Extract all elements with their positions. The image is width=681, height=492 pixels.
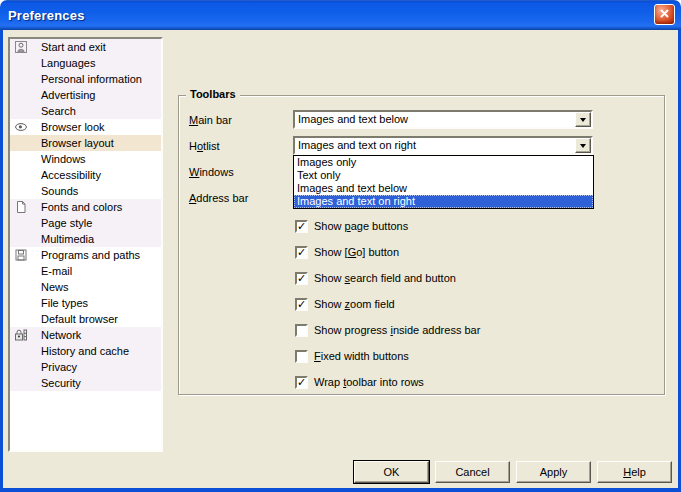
sidebar-item-programs-and-paths[interactable]: Programs and paths bbox=[10, 247, 161, 263]
hotlist-dropdown-list: Images onlyText onlyImages and text belo… bbox=[293, 155, 594, 209]
checkbox-label: Show progress inside address bar bbox=[314, 324, 480, 337]
sidebar-item-label: E-mail bbox=[41, 265, 72, 277]
dropdown-option-images-only[interactable]: Images only bbox=[294, 156, 593, 169]
sidebar-list: Start and exitLanguagesPersonal informat… bbox=[8, 37, 163, 452]
cancel-button[interactable]: Cancel bbox=[435, 461, 510, 483]
main-bar-value: Images and text below bbox=[298, 113, 408, 126]
sidebar-item-label: News bbox=[41, 281, 69, 293]
sidebar-item-label: Multimedia bbox=[41, 233, 94, 245]
sidebar-item-label: Start and exit bbox=[41, 41, 106, 53]
checkbox-label: Show search field and button bbox=[314, 272, 456, 285]
checkbox-fixed-width-buttons[interactable]: Fixed width buttons bbox=[295, 350, 480, 376]
dropdown-arrow-icon[interactable] bbox=[575, 112, 591, 127]
close-button[interactable] bbox=[654, 4, 675, 25]
sidebar-item-label: Fonts and colors bbox=[41, 201, 122, 213]
dropdown-option-images-and-text-on-right[interactable]: Images and text on right bbox=[294, 195, 593, 208]
sidebar-item-multimedia[interactable]: Multimedia bbox=[10, 231, 161, 247]
sidebar-item-news[interactable]: News bbox=[10, 279, 161, 295]
sidebar-item-label: Sounds bbox=[41, 185, 78, 197]
checkbox-show-page-buttons[interactable]: Show page buttons bbox=[295, 220, 480, 246]
sidebar-item-label: Personal information bbox=[41, 73, 142, 85]
lock-icon bbox=[14, 328, 28, 342]
sidebar-item-label: Browser look bbox=[41, 121, 105, 133]
hotlist-value: Images and text on right bbox=[298, 139, 416, 152]
sidebar-item-label: Security bbox=[41, 377, 81, 389]
field-label-windows: Windows bbox=[189, 166, 234, 179]
checkbox-checked-icon bbox=[295, 298, 308, 311]
checkbox-label: Wrap toolbar into rows bbox=[314, 376, 424, 389]
field-label-address-bar: Address bar bbox=[189, 192, 248, 205]
sidebar-item-label: Languages bbox=[41, 57, 95, 69]
sidebar-item-label: Search bbox=[41, 105, 76, 117]
checkbox-checked-icon bbox=[295, 246, 308, 259]
sidebar-item-windows[interactable]: Windows bbox=[10, 151, 161, 167]
dropdown-option-images-and-text-below[interactable]: Images and text below bbox=[294, 182, 593, 195]
sidebar-item-network[interactable]: Network bbox=[10, 327, 161, 343]
sidebar-item-default-browser[interactable]: Default browser bbox=[10, 311, 161, 327]
sidebar-item-label: Privacy bbox=[41, 361, 77, 373]
sidebar-item-search[interactable]: Search bbox=[10, 103, 161, 119]
sidebar-item-file-types[interactable]: File types bbox=[10, 295, 161, 311]
user-icon bbox=[14, 40, 28, 54]
sidebar-item-e-mail[interactable]: E-mail bbox=[10, 263, 161, 279]
checkbox-unchecked-icon bbox=[295, 350, 308, 363]
checkbox-show-search-field-and-button[interactable]: Show search field and button bbox=[295, 272, 480, 298]
help-button[interactable]: Help bbox=[597, 461, 672, 483]
sidebar-item-label: File types bbox=[41, 297, 88, 309]
sidebar-item-privacy[interactable]: Privacy bbox=[10, 359, 161, 375]
sidebar-item-advertising[interactable]: Advertising bbox=[10, 87, 161, 103]
main-bar-combobox[interactable]: Images and text below bbox=[293, 110, 593, 129]
window-title: Preferences bbox=[8, 8, 85, 23]
sidebar-item-label: Network bbox=[41, 329, 81, 341]
checkbox-checked-icon bbox=[295, 220, 308, 233]
dropdown-option-text-only[interactable]: Text only bbox=[294, 169, 593, 182]
floppy-icon bbox=[14, 248, 28, 262]
sidebar-item-browser-look[interactable]: Browser look bbox=[10, 119, 161, 135]
checkbox-label: Fixed width buttons bbox=[314, 350, 409, 363]
sidebar-item-start-and-exit[interactable]: Start and exit bbox=[10, 39, 161, 55]
eye-icon bbox=[14, 120, 28, 134]
checkbox-group: Show page buttonsShow [Go] buttonShow se… bbox=[295, 220, 480, 402]
sidebar-item-security[interactable]: Security bbox=[10, 375, 161, 391]
apply-button[interactable]: Apply bbox=[516, 461, 591, 483]
sidebar-item-languages[interactable]: Languages bbox=[10, 55, 161, 71]
ok-button[interactable]: OK bbox=[354, 461, 429, 483]
preferences-dialog: Preferences Start and exitLanguagesPerso… bbox=[0, 0, 681, 492]
checkbox-unchecked-icon bbox=[295, 324, 308, 337]
sidebar-item-browser-layout[interactable]: Browser layout bbox=[10, 135, 161, 151]
sidebar-item-label: Advertising bbox=[41, 89, 95, 101]
sidebar-item-label: Default browser bbox=[41, 313, 118, 325]
sidebar-item-fonts-and-colors[interactable]: Fonts and colors bbox=[10, 199, 161, 215]
checkbox-show-progress-inside-address-bar[interactable]: Show progress inside address bar bbox=[295, 324, 480, 350]
checkbox-show-go-button[interactable]: Show [Go] button bbox=[295, 246, 480, 272]
sidebar-item-label: History and cache bbox=[41, 345, 129, 357]
checkbox-wrap-toolbar-into-rows[interactable]: Wrap toolbar into rows bbox=[295, 376, 480, 402]
document-icon bbox=[14, 200, 28, 214]
sidebar-item-label: Page style bbox=[41, 217, 92, 229]
sidebar-item-label: Accessibility bbox=[41, 169, 101, 181]
checkbox-show-zoom-field[interactable]: Show zoom field bbox=[295, 298, 480, 324]
dropdown-arrow-icon[interactable] bbox=[575, 138, 591, 153]
close-icon bbox=[659, 8, 670, 21]
field-label-hotlist: Hotlist bbox=[189, 140, 220, 153]
sidebar-item-page-style[interactable]: Page style bbox=[10, 215, 161, 231]
sidebar-item-accessibility[interactable]: Accessibility bbox=[10, 167, 161, 183]
checkbox-checked-icon bbox=[295, 376, 308, 389]
titlebar: Preferences bbox=[0, 0, 681, 30]
sidebar-item-label: Browser layout bbox=[41, 137, 114, 149]
field-label-main-bar: Main bar bbox=[189, 114, 232, 127]
sidebar-item-label: Programs and paths bbox=[41, 249, 140, 261]
dialog-buttons: OKCancelApplyHelp bbox=[354, 461, 672, 483]
sidebar-item-history-and-cache[interactable]: History and cache bbox=[10, 343, 161, 359]
sidebar-item-personal-information[interactable]: Personal information bbox=[10, 71, 161, 87]
sidebar-item-sounds[interactable]: Sounds bbox=[10, 183, 161, 199]
checkbox-label: Show page buttons bbox=[314, 220, 408, 233]
groupbox-title: Toolbars bbox=[186, 88, 240, 100]
checkbox-label: Show zoom field bbox=[314, 298, 395, 311]
hotlist-combobox[interactable]: Images and text on right bbox=[293, 136, 593, 155]
dialog-body: Start and exitLanguagesPersonal informat… bbox=[0, 30, 681, 492]
checkbox-checked-icon bbox=[295, 272, 308, 285]
sidebar-item-label: Windows bbox=[41, 153, 86, 165]
checkbox-label: Show [Go] button bbox=[314, 246, 399, 259]
